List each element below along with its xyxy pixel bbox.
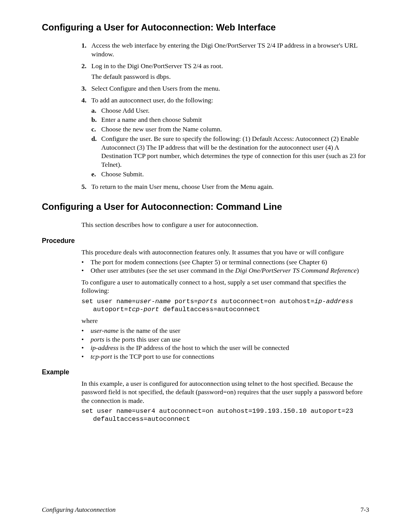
proc-bullet-1: •The port for modem connections (see Cha… bbox=[81, 258, 369, 266]
page-content: Configuring a User for Autoconnection: W… bbox=[0, 0, 411, 442]
footer-left: Configuring Autoconnection bbox=[42, 506, 116, 514]
step-4a: a.Choose Add User. bbox=[91, 106, 369, 115]
step-1: 1. Access the web interface by entering … bbox=[81, 41, 369, 59]
step-4-sub: a.Choose Add User. b.Enter a name and th… bbox=[91, 106, 369, 179]
section1-steps: 1. Access the web interface by entering … bbox=[81, 41, 369, 191]
procedure-heading: Procedure bbox=[42, 237, 369, 245]
procedure-bullets2: •user-name is the name of the user •port… bbox=[81, 326, 369, 361]
section2-intro-block: This section describes how to configure … bbox=[81, 220, 369, 229]
step-4d: d.Configure the user. Be sure to specify… bbox=[91, 134, 369, 169]
procedure-block: This procedure deals with autoconnection… bbox=[81, 248, 369, 361]
procedure-code: set user name=user-name ports=ports auto… bbox=[81, 297, 369, 314]
step-4b: b.Enter a name and then choose Submit bbox=[91, 115, 369, 124]
step-4e: e.Choose Submit. bbox=[91, 170, 369, 179]
example-code: set user name=user4 autoconnect=on autoh… bbox=[81, 407, 369, 423]
procedure-p1: This procedure deals with autoconnection… bbox=[81, 248, 369, 256]
procedure-where: where bbox=[81, 316, 369, 325]
step-3: 3. Select Configure and then Users from … bbox=[81, 84, 369, 93]
example-block: In this example, a user is configured fo… bbox=[81, 379, 369, 423]
example-heading: Example bbox=[42, 368, 369, 376]
section1-title: Configuring a User for Autoconnection: W… bbox=[42, 22, 369, 33]
step-2: 2. Log in to the Digi One/PortServer TS … bbox=[81, 62, 369, 81]
section2-intro: This section describes how to configure … bbox=[81, 220, 369, 229]
step-4: 4. To add an autoconnect user, do the fo… bbox=[81, 96, 369, 179]
proc-bullet-2: •Other user attributes (see the set user… bbox=[81, 266, 369, 275]
where-1: •user-name is the name of the user bbox=[81, 326, 369, 335]
where-4: •tcp-port is the TCP port to use for con… bbox=[81, 352, 369, 361]
where-3: •ip-address is the IP address of the hos… bbox=[81, 343, 369, 352]
section2-title: Configuring a User for Autoconnection: C… bbox=[42, 201, 369, 212]
where-2: •ports is the ports this user can use bbox=[81, 335, 369, 343]
footer-right: 7-3 bbox=[360, 506, 369, 514]
page-footer: Configuring Autoconnection 7-3 bbox=[42, 506, 369, 514]
procedure-bullets1: •The port for modem connections (see Cha… bbox=[81, 258, 369, 275]
procedure-p2: To configure a user to automatically con… bbox=[81, 278, 369, 295]
step-2-extra: The default password is dbps. bbox=[91, 72, 369, 81]
step-4c: c.Choose the new user from the Name colu… bbox=[91, 125, 369, 134]
step-5: 5. To return to the main User menu, choo… bbox=[81, 182, 369, 191]
example-p1: In this example, a user is configured fo… bbox=[81, 379, 369, 405]
